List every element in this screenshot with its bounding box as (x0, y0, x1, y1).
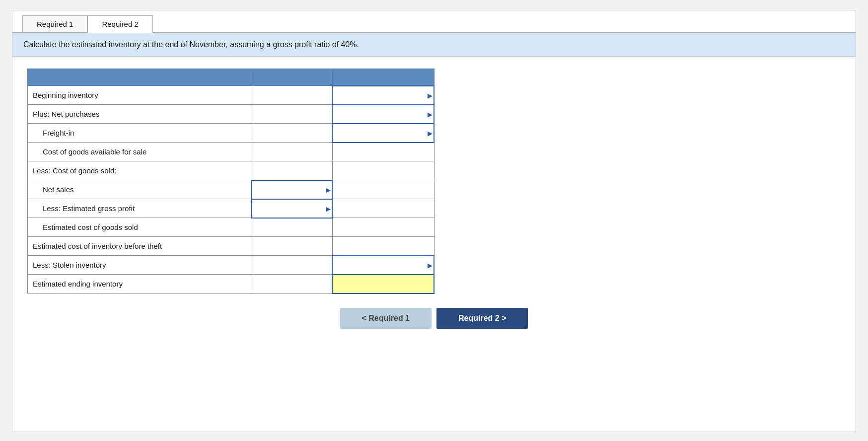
val-static-8 (332, 237, 434, 256)
val-input-1[interactable]: ▶ (332, 105, 434, 124)
row-label-2: Freight-in (28, 124, 251, 143)
page-container: Required 1 Required 2 Calculate the esti… (12, 10, 856, 432)
val-input-field-9[interactable] (333, 256, 434, 274)
mid-static-0 (251, 86, 333, 105)
tab-required1[interactable]: Required 1 (22, 15, 87, 32)
mid-static-9 (251, 256, 333, 275)
row-label-3: Cost of goods available for sale (28, 143, 251, 161)
mid-static-8 (251, 237, 333, 256)
table-header-row (28, 69, 434, 86)
instruction-bar: Calculate the estimated inventory at the… (12, 33, 856, 57)
mid-static-2 (251, 124, 333, 143)
row-label-9: Less: Stolen inventory (28, 256, 251, 275)
table-row: Less: Cost of goods sold: (28, 161, 434, 180)
mid-input-6[interactable]: ▶ (251, 199, 333, 218)
val-static-6 (332, 199, 434, 218)
table-row: Less: Stolen inventory▶ (28, 256, 434, 275)
inventory-table: Beginning inventory▶Plus: Net purchases▶… (27, 69, 434, 294)
val-input-10[interactable] (332, 275, 434, 294)
val-input-field-2[interactable] (333, 124, 434, 142)
table-row: Estimated ending inventory (28, 275, 434, 294)
mid-static-4 (251, 161, 333, 180)
header-mid-col (251, 69, 333, 86)
val-input-field-1[interactable] (333, 105, 434, 123)
prev-button[interactable]: < Required 1 (340, 308, 432, 329)
mid-static-10 (251, 275, 333, 294)
header-val-col (332, 69, 434, 86)
table-row: Freight-in▶ (28, 124, 434, 143)
val-static-5 (332, 180, 434, 199)
content-area: Beginning inventory▶Plus: Net purchases▶… (12, 57, 856, 351)
mid-static-3 (251, 143, 333, 161)
next-button[interactable]: Required 2 > (436, 308, 528, 329)
mid-static-7 (251, 218, 333, 237)
val-input-0[interactable]: ▶ (332, 86, 434, 105)
row-label-6: Less: Estimated gross profit (28, 199, 251, 218)
row-label-1: Plus: Net purchases (28, 105, 251, 124)
val-input-field-0[interactable] (333, 86, 434, 104)
row-label-0: Beginning inventory (28, 86, 251, 105)
val-static-3 (332, 143, 434, 161)
table-row: Less: Estimated gross profit▶ (28, 199, 434, 218)
table-row: Estimated cost of inventory before theft (28, 237, 434, 256)
header-label-col (28, 69, 251, 86)
table-row: Plus: Net purchases▶ (28, 105, 434, 124)
bottom-nav: < Required 1 Required 2 > (27, 308, 841, 339)
val-static-7 (332, 218, 434, 237)
val-input-9[interactable]: ▶ (332, 256, 434, 275)
mid-static-1 (251, 105, 333, 124)
table-row: Cost of goods available for sale (28, 143, 434, 161)
val-input-field-10[interactable] (333, 275, 434, 293)
mid-input-field-5[interactable] (252, 181, 332, 199)
row-label-4: Less: Cost of goods sold: (28, 161, 251, 180)
row-label-8: Estimated cost of inventory before theft (28, 237, 251, 256)
val-input-2[interactable]: ▶ (332, 124, 434, 143)
tabs-row: Required 1 Required 2 (12, 10, 856, 33)
row-label-7: Estimated cost of goods sold (28, 218, 251, 237)
row-label-10: Estimated ending inventory (28, 275, 251, 294)
table-row: Estimated cost of goods sold (28, 218, 434, 237)
mid-input-5[interactable]: ▶ (251, 180, 333, 199)
table-row: Beginning inventory▶ (28, 86, 434, 105)
row-label-5: Net sales (28, 180, 251, 199)
tab-required2[interactable]: Required 2 (87, 15, 152, 33)
table-row: Net sales▶ (28, 180, 434, 199)
mid-input-field-6[interactable] (252, 200, 332, 218)
val-static-4 (332, 161, 434, 180)
